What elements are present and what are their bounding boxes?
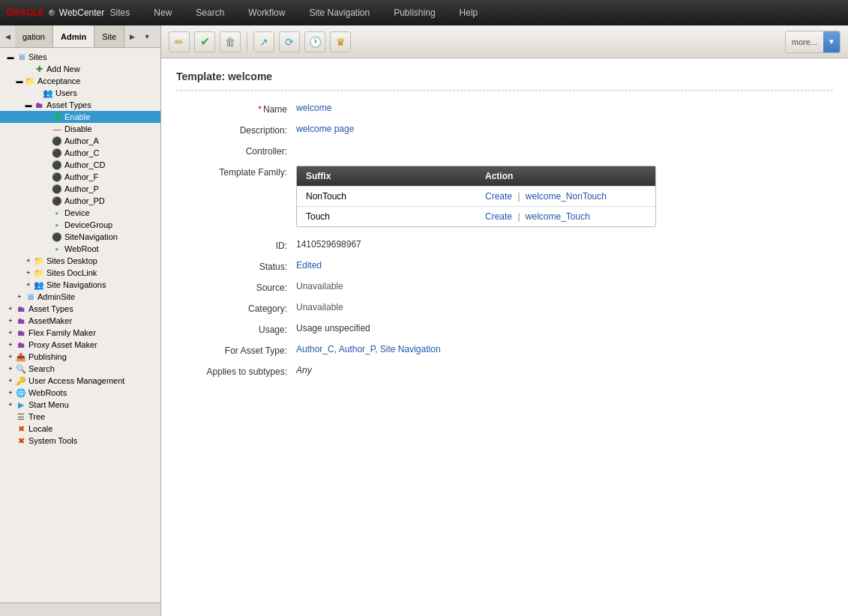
more-dropdown-arrow[interactable]: ▼ (823, 31, 840, 52)
status-value: Edited (296, 260, 322, 271)
sidebar-nav-dropdown[interactable]: ▼ (139, 25, 154, 48)
tree-item-site-navigation[interactable]: ⚫ SiteNavigation (0, 231, 160, 243)
add-new-label: Add New (46, 64, 80, 73)
source-label: Source: (176, 281, 296, 293)
toggle-search[interactable]: + (6, 364, 15, 373)
asset-maker-icon: 🖿 (15, 315, 27, 326)
toggle-sites-doclink[interactable]: + (24, 268, 33, 277)
more-label[interactable]: more... (786, 34, 823, 49)
tree-item-system-tools[interactable]: ✖ System Tools (0, 435, 160, 447)
tree-item-web-roots[interactable]: + 🌐 WebRoots (0, 387, 160, 399)
tree-item-sites[interactable]: ▬ 🖥 Sites (0, 51, 160, 63)
sidebar-tab-admin[interactable]: Admin (53, 25, 94, 47)
tree-item-publishing[interactable]: + 📤 Publishing (0, 351, 160, 363)
tree-item-author-c[interactable]: ⚫ Author_C (0, 147, 160, 159)
sidebar: ◀ gation Admin Site ▶ ▼ ▬ 🖥 Sites ✚ Add … (0, 25, 161, 616)
form-area: Template: welcome *Name welcome Descript… (161, 58, 848, 616)
more-dropdown[interactable]: more... ▼ (785, 31, 841, 53)
tree-item-author-f[interactable]: ⚫ Author_F (0, 171, 160, 183)
menu-publishing[interactable]: Publishing (382, 3, 447, 22)
tree-item-start-menu[interactable]: + ▶ Start Menu (0, 399, 160, 411)
crown-button[interactable]: ♛ (330, 31, 351, 52)
history-button[interactable]: 🕐 (304, 31, 325, 52)
sites-label: Sites (28, 52, 46, 61)
sidebar-tabs: ◀ gation Admin Site ▶ ▼ (0, 25, 160, 48)
proxy-asset-icon: 🖿 (15, 339, 27, 350)
sidebar-nav-left[interactable]: ◀ (0, 25, 15, 48)
tf-create-link-1[interactable]: Create (485, 211, 512, 222)
tree-item-asset-types-root[interactable]: + 🖿 Asset Types (0, 303, 160, 315)
tree-item-site-navigations[interactable]: + 👥 Site Navigations (0, 279, 160, 291)
toggle-flex[interactable]: + (6, 328, 15, 337)
tree-item-sites-doclink[interactable]: + 📁 Sites DocLink (0, 267, 160, 279)
toggle-asset-maker[interactable]: + (6, 316, 15, 325)
menu-help[interactable]: Help (448, 3, 490, 22)
tf-name-link-0[interactable]: welcome_NonTouch (526, 191, 607, 202)
tf-suffix-0: NonTouch (297, 187, 476, 206)
toggle-admin-site[interactable]: + (15, 292, 24, 301)
web-roots-label: WebRoots (28, 388, 67, 397)
disable-label: Disable (64, 124, 92, 133)
tree-item-author-p[interactable]: ⚫ Author_P (0, 183, 160, 195)
tree-item-locale[interactable]: ✖ Locale (0, 423, 160, 435)
tree-item-enable[interactable]: ✚ Enable (0, 111, 160, 123)
start-menu-icon: ▶ (15, 399, 27, 410)
toggle-asset-types-root[interactable]: + (6, 304, 15, 313)
toggle-site-navigations[interactable]: + (24, 280, 33, 289)
sidebar-scrollbar-area (0, 603, 160, 616)
tree-item-user-access[interactable]: + 🔑 User Access Management (0, 375, 160, 387)
tree-item-author-cd[interactable]: ⚫ Author_CD (0, 159, 160, 171)
delete-button[interactable]: 🗑 (220, 31, 241, 52)
tree-item-flex-family-maker[interactable]: + 🖿 Flex Family Maker (0, 327, 160, 339)
tree-item-tree[interactable]: ☰ Tree (0, 411, 160, 423)
sidebar-tab-navigation[interactable]: gation (15, 25, 53, 47)
sidebar-nav-right[interactable]: ▶ (124, 25, 139, 48)
enable-icon: ✚ (51, 112, 63, 122)
toggle-web-roots[interactable]: + (6, 388, 15, 397)
toggle-start-menu[interactable]: + (6, 400, 15, 409)
tree-item-web-root[interactable]: ▪ WebRoot (0, 243, 160, 255)
tree-item-acceptance[interactable]: ▬ 📁 Acceptance (0, 75, 160, 87)
tree-item-author-a[interactable]: ⚫ Author_A (0, 135, 160, 147)
menu-search[interactable]: Search (184, 3, 236, 22)
tf-create-link-0[interactable]: Create (485, 191, 512, 202)
locale-icon: ✖ (15, 423, 27, 434)
tree-item-users[interactable]: 👥 Users (0, 87, 160, 99)
tree-item-asset-types[interactable]: ▬ 🖿 Asset Types (0, 99, 160, 111)
toggle-sites-desktop[interactable]: + (24, 256, 33, 265)
tree-item-search[interactable]: + 🔍 Search (0, 363, 160, 375)
tree-item-disable[interactable]: — Disable (0, 123, 160, 135)
enable-label: Enable (64, 112, 90, 121)
approve-button[interactable]: ✔ (194, 31, 215, 52)
move-button[interactable]: ⟳ (279, 31, 300, 52)
edit-button[interactable]: ✏ (169, 31, 190, 52)
sidebar-tab-site[interactable]: Site (94, 25, 124, 47)
menu-workflow[interactable]: Workflow (236, 3, 297, 22)
tf-name-link-1[interactable]: welcome_Touch (526, 211, 590, 222)
source-value: Unavailable (296, 281, 343, 292)
menu-new[interactable]: New (142, 3, 184, 22)
menu-site-navigation[interactable]: Site Navigation (297, 3, 382, 22)
tree-item-sites-desktop[interactable]: + 📁 Sites Desktop (0, 255, 160, 267)
toggle-acceptance[interactable]: ▬ (15, 76, 24, 85)
tree-item-proxy-asset-maker[interactable]: + 🖿 Proxy Asset Maker (0, 339, 160, 351)
tree-item-device[interactable]: ▪ Device (0, 207, 160, 219)
tf-action-1: Create | welcome_Touch (476, 207, 655, 226)
toggle-proxy[interactable]: + (6, 340, 15, 349)
oracle-text: ORACLE (6, 7, 44, 18)
tree-item-admin-site[interactable]: + 🖥 AdminSite (0, 291, 160, 303)
id-value: 1410529698967 (296, 239, 361, 250)
web-root-icon: ▪ (51, 244, 63, 254)
toggle-publishing[interactable]: + (6, 352, 15, 361)
tree-item-add-new[interactable]: ✚ Add New (0, 63, 160, 75)
tree-item-asset-maker[interactable]: + 🖿 AssetMaker (0, 315, 160, 327)
toggle-user-access[interactable]: + (6, 376, 15, 385)
toggle-asset-types[interactable]: ▬ (24, 100, 33, 109)
tree-item-device-group[interactable]: ▪ DeviceGroup (0, 219, 160, 231)
toggle-sites[interactable]: ▬ (6, 52, 15, 61)
tree-item-author-pd[interactable]: ⚫ Author_PD (0, 195, 160, 207)
share-button[interactable]: ↗ (253, 31, 274, 52)
admin-site-label: AdminSite (37, 292, 75, 301)
asset-types-root-icon: 🖿 (15, 304, 27, 314)
template-family-table: Suffix Action NonTouch Create | welcome_… (296, 166, 656, 227)
